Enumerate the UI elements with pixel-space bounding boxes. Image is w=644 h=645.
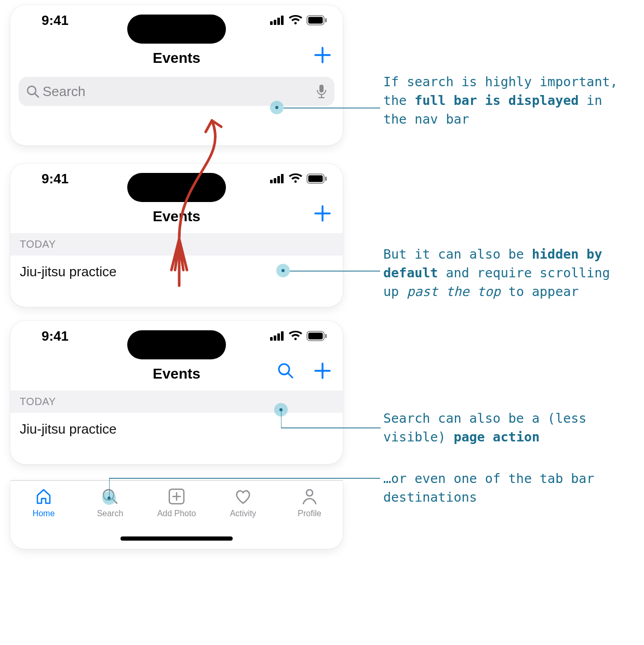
svg-rect-14 xyxy=(277,176,280,183)
search-action-button[interactable] xyxy=(277,362,294,379)
nav-bar: Events xyxy=(10,35,343,75)
status-icons xyxy=(270,173,327,184)
wifi-icon xyxy=(289,331,302,341)
home-icon xyxy=(34,487,53,506)
annotation-text: …or even one of the tab bar destinations xyxy=(383,469,633,507)
cellular-icon xyxy=(270,331,285,341)
status-time: 9:41 xyxy=(42,171,69,187)
gesture-arrow xyxy=(161,114,234,291)
svg-rect-19 xyxy=(270,337,273,341)
battery-icon xyxy=(306,173,327,184)
tab-label: Search xyxy=(97,509,124,518)
svg-line-8 xyxy=(35,93,38,97)
battery-icon xyxy=(306,15,327,25)
svg-rect-25 xyxy=(325,334,327,338)
battery-icon xyxy=(306,331,327,341)
svg-rect-5 xyxy=(308,17,323,24)
tab-label: Add Photo xyxy=(157,509,196,518)
annotation-leader xyxy=(290,271,380,272)
svg-rect-17 xyxy=(308,176,323,182)
nav-bar: Events xyxy=(10,351,343,391)
wifi-icon xyxy=(289,15,302,25)
svg-rect-24 xyxy=(308,333,323,340)
annotation-text: If search is highly important, the full … xyxy=(383,73,633,129)
search-icon xyxy=(26,85,39,98)
phone-mock-page-action: 9:41 Events TODAY Jiu-jitsu practice xyxy=(10,321,343,464)
home-indicator xyxy=(120,536,233,541)
svg-rect-2 xyxy=(277,18,280,25)
annotation-leader xyxy=(284,108,380,109)
svg-rect-20 xyxy=(274,335,276,341)
status-bar: 9:41 xyxy=(10,5,343,35)
page-title: Events xyxy=(153,50,200,66)
microphone-icon[interactable] xyxy=(316,84,327,99)
plus-icon xyxy=(314,46,331,64)
tab-label: Home xyxy=(33,509,55,518)
add-button[interactable] xyxy=(314,205,331,222)
status-icons xyxy=(270,15,327,25)
page-title: Events xyxy=(153,366,200,382)
annotation-text: But it can also be hidden by default and… xyxy=(383,245,633,301)
svg-rect-6 xyxy=(325,18,327,22)
svg-rect-12 xyxy=(270,180,273,183)
svg-rect-22 xyxy=(281,331,284,341)
annotation-marker xyxy=(276,264,290,277)
status-icons xyxy=(270,331,327,341)
add-button[interactable] xyxy=(314,362,331,380)
svg-rect-21 xyxy=(277,333,280,341)
svg-rect-9 xyxy=(319,85,324,92)
plus-icon xyxy=(314,362,331,380)
annotation-text: Search can also be a (less visible) page… xyxy=(383,409,633,447)
annotation-leader xyxy=(109,477,380,499)
search-icon xyxy=(277,362,294,379)
svg-rect-13 xyxy=(274,178,276,183)
status-time: 9:41 xyxy=(42,12,69,29)
cellular-icon xyxy=(270,16,285,25)
tab-label: Activity xyxy=(230,509,257,518)
wifi-icon xyxy=(289,173,302,184)
tab-home[interactable]: Home xyxy=(10,487,77,548)
svg-rect-3 xyxy=(281,16,284,25)
search-field[interactable]: Search xyxy=(19,77,334,106)
svg-line-27 xyxy=(288,373,292,378)
tab-label: Profile xyxy=(298,509,321,518)
annotation-marker xyxy=(270,101,284,114)
status-bar: 9:41 xyxy=(10,321,343,351)
svg-rect-1 xyxy=(274,20,276,25)
svg-rect-0 xyxy=(270,21,273,25)
add-button[interactable] xyxy=(314,46,331,64)
search-placeholder: Search xyxy=(39,84,316,100)
cellular-icon xyxy=(270,174,285,183)
svg-rect-15 xyxy=(281,174,284,183)
plus-icon xyxy=(314,205,331,222)
annotation-leader xyxy=(281,410,381,429)
status-time: 9:41 xyxy=(42,328,69,344)
svg-rect-18 xyxy=(325,177,327,181)
